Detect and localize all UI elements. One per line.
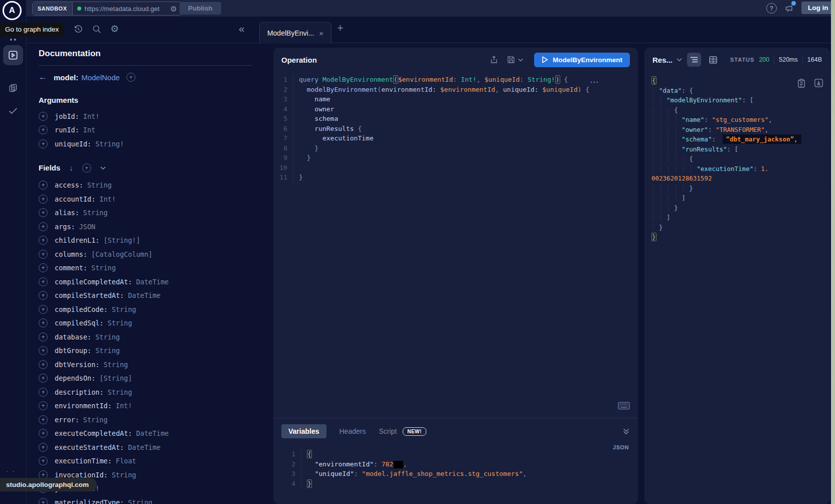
add-field-icon[interactable]: + (39, 181, 48, 190)
add-field-icon[interactable]: + (39, 291, 48, 300)
field-name[interactable]: compiledCode: (55, 305, 108, 313)
add-field-icon[interactable]: + (39, 374, 48, 383)
add-field-icon[interactable]: + (39, 250, 48, 259)
field-type[interactable]: Int! (83, 112, 100, 120)
field-type[interactable]: String (128, 498, 152, 504)
json-view-toggle[interactable] (687, 53, 701, 67)
download-response-icon[interactable] (814, 79, 823, 88)
add-field-icon[interactable]: + (39, 208, 48, 217)
endpoint-url[interactable]: https://metadata.cloud.get (85, 5, 167, 13)
tab-script[interactable]: Script (379, 427, 397, 435)
add-field-icon[interactable]: + (39, 443, 48, 452)
field-type[interactable]: String! (95, 140, 124, 148)
add-fields-icon[interactable]: + (82, 163, 91, 173)
field-name[interactable]: compileCompletedAt: (55, 278, 132, 286)
add-field-icon[interactable]: + (39, 263, 48, 272)
collapse-panel-icon[interactable]: « (239, 23, 245, 35)
field-type[interactable]: DateTime (136, 278, 169, 286)
endpoint-settings-icon[interactable]: ⚙ (171, 5, 177, 13)
add-tab-icon[interactable]: + (337, 22, 344, 35)
field-type[interactable]: DateTime (128, 443, 160, 451)
field-name[interactable]: description: (55, 388, 104, 396)
field-name[interactable]: childrenL1: (55, 236, 99, 244)
table-view-toggle[interactable] (706, 53, 720, 67)
operation-tab[interactable]: ModelByEnvi... × (259, 22, 331, 44)
save-operation-group[interactable] (507, 55, 523, 64)
field-name[interactable]: alias: (55, 209, 79, 217)
field-type[interactable]: String (91, 264, 116, 272)
field-type[interactable]: JSON (79, 223, 96, 231)
field-name[interactable]: accountId: (55, 195, 95, 203)
variables-editor[interactable]: 1{2 "environmentId": 782,3 "uniqueId": "… (281, 449, 630, 488)
field-name[interactable]: uniqueId: (55, 140, 91, 148)
response-json[interactable]: {│ "data": {│ │ "modelByEnvironment": [│… (651, 76, 830, 242)
add-field-icon[interactable]: + (39, 112, 48, 121)
add-field-icon[interactable]: + (39, 456, 48, 465)
field-name[interactable]: compiledSql: (55, 319, 104, 327)
field-type[interactable]: String (95, 347, 120, 355)
search-icon[interactable] (92, 24, 102, 34)
add-field-icon[interactable]: + (39, 401, 48, 410)
field-type[interactable]: String (108, 388, 132, 396)
field-name[interactable]: access: (55, 181, 83, 189)
login-button[interactable]: Log in (801, 2, 835, 14)
back-arrow-icon[interactable]: ← (39, 72, 47, 82)
explorer-icon[interactable] (3, 45, 23, 65)
add-all-fields-icon[interactable]: + (126, 73, 135, 82)
field-name[interactable]: executeCompletedAt: (55, 429, 132, 437)
chevron-down-icon[interactable] (100, 166, 106, 170)
endpoint-input[interactable]: https://metadata.cloud.get ⚙ (73, 2, 182, 15)
field-type[interactable]: Int (83, 126, 95, 134)
help-icon[interactable]: ? (766, 3, 777, 14)
publish-button[interactable]: Publish (180, 2, 221, 15)
field-type[interactable]: Int! (99, 195, 116, 203)
run-operation-button[interactable]: ModelByEnvironment (534, 53, 630, 67)
field-type[interactable]: [CatalogColumn] (91, 250, 152, 258)
field-type[interactable]: String (108, 319, 132, 327)
add-field-icon[interactable]: + (39, 236, 48, 245)
field-name[interactable]: dbtGroup: (55, 347, 91, 355)
changelog-icon[interactable] (3, 78, 23, 98)
field-name[interactable]: executionTime: (55, 457, 112, 465)
field-type[interactable]: String (112, 305, 136, 313)
add-field-icon[interactable]: + (39, 277, 48, 286)
announcements-icon[interactable] (784, 3, 794, 13)
operation-editor[interactable]: 1query ModelByEnvironment($environmentId… (273, 72, 638, 418)
add-field-icon[interactable]: + (39, 222, 48, 231)
history-icon[interactable] (73, 24, 83, 34)
add-field-icon[interactable]: + (39, 429, 48, 438)
field-type[interactable]: String (83, 416, 108, 424)
field-type[interactable]: [String!] (103, 236, 140, 244)
add-field-icon[interactable]: + (39, 125, 48, 134)
field-type[interactable]: String (103, 361, 128, 369)
field-name[interactable]: runId: (55, 126, 79, 134)
field-type[interactable]: String (95, 333, 120, 341)
field-name[interactable]: materializedType: (55, 498, 124, 504)
field-type[interactable]: String (83, 209, 108, 217)
add-field-icon[interactable]: + (39, 195, 48, 204)
field-name[interactable]: executeStartedAt: (55, 443, 124, 451)
field-type[interactable]: Int! (116, 402, 132, 410)
add-field-icon[interactable]: + (39, 360, 48, 369)
field-name[interactable]: dbtVersion: (55, 361, 99, 369)
close-tab-icon[interactable]: × (319, 29, 323, 38)
field-type[interactable]: String (87, 181, 112, 189)
tab-headers[interactable]: Headers (340, 427, 366, 435)
field-type[interactable]: [String] (99, 374, 132, 382)
add-field-icon[interactable]: + (39, 498, 48, 504)
add-field-icon[interactable]: + (39, 318, 48, 327)
field-name[interactable]: jobId: (55, 112, 79, 120)
add-field-icon[interactable]: + (39, 346, 48, 355)
settings-gear-icon[interactable]: ⚙ (110, 24, 119, 34)
field-type[interactable]: DateTime (136, 429, 169, 437)
share-operation-icon[interactable] (489, 55, 498, 64)
field-name[interactable]: compileStartedAt: (55, 291, 124, 299)
response-dropdown[interactable]: Res... (652, 56, 682, 64)
add-field-icon[interactable]: + (39, 415, 48, 424)
add-field-icon[interactable]: + (39, 305, 48, 314)
field-type[interactable]: Float (116, 457, 136, 465)
field-type[interactable]: DateTime (128, 291, 160, 299)
docs-type-link[interactable]: ModelNode (81, 73, 120, 82)
keyboard-shortcuts-icon[interactable] (618, 402, 630, 410)
field-name[interactable]: environmentId: (55, 402, 112, 410)
